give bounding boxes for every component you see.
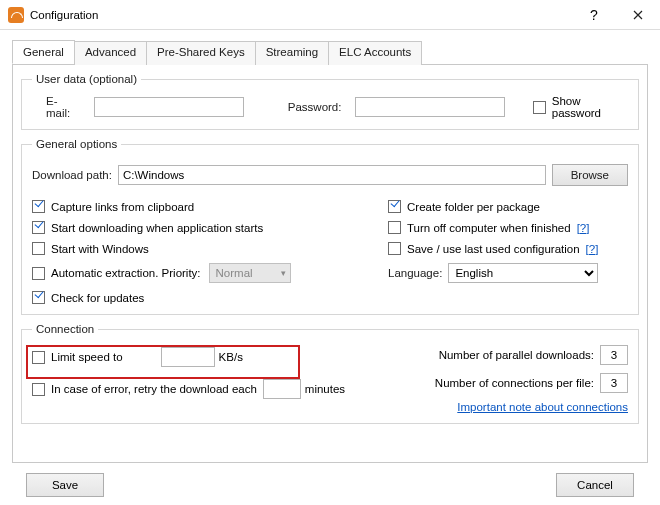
show-password-checkbox[interactable] — [533, 101, 545, 114]
email-field[interactable] — [94, 97, 244, 117]
kbs-label: KB/s — [219, 351, 243, 363]
tab-elc[interactable]: ELC Accounts — [328, 41, 422, 65]
savecfg-label: Save / use last used configuration — [407, 243, 580, 255]
tab-pane-general: User data (optional) E-mail: Password: S… — [12, 65, 648, 463]
language-select[interactable]: English — [448, 263, 598, 283]
auto-extraction-checkbox[interactable] — [32, 267, 45, 280]
parallel-field[interactable] — [600, 345, 628, 365]
tab-general[interactable]: General — [12, 40, 75, 64]
titlebar: Configuration ? — [0, 0, 660, 30]
cancel-button[interactable]: Cancel — [556, 473, 634, 497]
window-title: Configuration — [30, 9, 572, 21]
start-windows-checkbox[interactable] — [32, 242, 45, 255]
retry-label: In case of error, retry the download eac… — [51, 383, 257, 395]
help-button[interactable]: ? — [572, 0, 616, 30]
retry-checkbox[interactable] — [32, 383, 45, 396]
start-windows-label: Start with Windows — [51, 243, 149, 255]
general-options-legend: General options — [32, 138, 121, 150]
limit-speed-field — [161, 347, 215, 367]
turnoff-checkbox[interactable] — [388, 221, 401, 234]
userdata-legend: User data (optional) — [32, 73, 141, 85]
connection-legend: Connection — [32, 323, 98, 335]
connections-note-link[interactable]: Important note about connections — [457, 401, 628, 413]
check-updates-label: Check for updates — [51, 292, 144, 304]
savecfg-help-link[interactable]: [?] — [586, 243, 599, 255]
turnoff-label: Turn off computer when finished — [407, 222, 571, 234]
check-updates-checkbox[interactable] — [32, 291, 45, 304]
retry-minutes-field — [263, 379, 301, 399]
parallel-label: Number of parallel downloads: — [439, 349, 594, 361]
tab-bar: General Advanced Pre-Shared Keys Streami… — [12, 40, 648, 65]
priority-value: Normal — [216, 267, 253, 279]
capture-links-checkbox[interactable] — [32, 200, 45, 213]
start-dl-label: Start downloading when application start… — [51, 222, 263, 234]
userdata-group: User data (optional) E-mail: Password: S… — [21, 73, 639, 130]
show-password-label: Show password — [552, 95, 628, 119]
auto-extraction-label: Automatic extraction. Priority: — [51, 267, 201, 279]
turnoff-help-link[interactable]: [?] — [577, 222, 590, 234]
minutes-label: minutes — [305, 383, 345, 395]
priority-select[interactable]: Normal ▾ — [209, 263, 291, 283]
download-path-label: Download path: — [32, 169, 112, 181]
password-field[interactable] — [355, 97, 505, 117]
download-path-field[interactable] — [118, 165, 546, 185]
capture-links-label: Capture links from clipboard — [51, 201, 194, 213]
limit-speed-label: Limit speed to — [51, 351, 123, 363]
password-label: Password: — [288, 101, 342, 113]
savecfg-checkbox[interactable] — [388, 242, 401, 255]
email-label: E-mail: — [46, 95, 80, 119]
limit-speed-checkbox[interactable] — [32, 351, 45, 364]
start-dl-checkbox[interactable] — [32, 221, 45, 234]
close-icon — [633, 10, 643, 20]
language-label: Language: — [388, 267, 442, 279]
tab-advanced[interactable]: Advanced — [74, 41, 147, 65]
create-folder-checkbox[interactable] — [388, 200, 401, 213]
general-options-group: General options Download path: Browse Ca… — [21, 138, 639, 315]
tab-streaming[interactable]: Streaming — [255, 41, 329, 65]
perfile-label: Number of connections per file: — [435, 377, 594, 389]
connection-group: Connection Limit speed to KB/s In case o… — [21, 323, 639, 424]
close-button[interactable] — [616, 0, 660, 30]
tab-psk[interactable]: Pre-Shared Keys — [146, 41, 256, 65]
browse-button[interactable]: Browse — [552, 164, 628, 186]
app-icon — [8, 7, 24, 23]
save-button[interactable]: Save — [26, 473, 104, 497]
create-folder-label: Create folder per package — [407, 201, 540, 213]
perfile-field[interactable] — [600, 373, 628, 393]
chevron-down-icon: ▾ — [281, 268, 286, 278]
